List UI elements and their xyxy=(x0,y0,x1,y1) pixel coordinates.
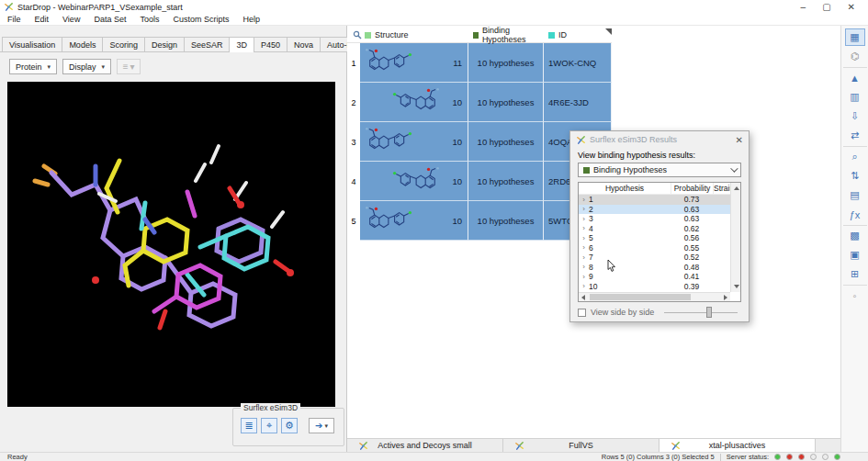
pose-generation-button[interactable]: ⌖ xyxy=(261,418,277,433)
search-icon[interactable]: ⌕ xyxy=(845,148,865,165)
vertical-scrollbar[interactable] xyxy=(730,183,740,292)
hypothesis-row[interactable]: › 1 0.73 xyxy=(579,195,730,205)
structure-cell[interactable]: 10 xyxy=(360,162,468,201)
module-tab[interactable]: Visualisation xyxy=(2,37,62,51)
molecule-viewer-icon[interactable]: ⌬ xyxy=(845,48,865,65)
slider-thumb[interactable] xyxy=(706,307,712,318)
align-ligands-button[interactable]: ≣ xyxy=(241,418,257,433)
module-tab[interactable]: Design xyxy=(145,37,185,51)
module-tab[interactable]: SeeSAR xyxy=(185,37,231,51)
id-cell[interactable]: 4R6E-3JD xyxy=(544,83,612,122)
expand-chevron-icon[interactable]: › xyxy=(579,263,589,271)
close-button[interactable]: ✕ xyxy=(848,0,855,14)
run-surflex-button[interactable]: ➔ ▾ xyxy=(309,418,334,433)
minimize-button[interactable]: – xyxy=(801,0,806,14)
expand-chevron-icon[interactable]: › xyxy=(579,215,589,223)
server-status-icon[interactable]: ◦ xyxy=(845,287,865,304)
sort-rows-icon[interactable]: ⇅ xyxy=(845,167,865,185)
copy-view-icon[interactable]: ▣ xyxy=(845,246,865,264)
edit-columns-icon[interactable]: ▤ xyxy=(845,186,865,204)
menu-item[interactable]: Data Set xyxy=(94,15,126,24)
display-options-button[interactable]: ≡ ▾ xyxy=(117,59,141,74)
expand-chevron-icon[interactable]: › xyxy=(579,273,589,281)
structure-cell[interactable]: 10 xyxy=(360,83,468,122)
structure-cell[interactable]: 10 xyxy=(360,201,468,241)
surflex-settings-button[interactable]: ⚙ xyxy=(281,418,298,433)
row-number[interactable]: 2 xyxy=(347,83,360,122)
dataset-tab[interactable]: FullVS xyxy=(503,439,659,452)
protein-dropdown[interactable]: Protein ▾ xyxy=(9,59,57,74)
view-side-by-side-checkbox[interactable] xyxy=(578,309,586,317)
molecule-3d-viewport[interactable] xyxy=(7,82,335,407)
binding-hypotheses-cell[interactable]: 10 hypotheses xyxy=(468,201,544,241)
dataset-tab[interactable]: xtal-plusactives xyxy=(659,439,816,452)
binding-hypotheses-cell[interactable]: 10 hypotheses xyxy=(468,162,544,201)
data-table-icon[interactable]: ▦ xyxy=(845,28,865,46)
table-row[interactable]: 2 xyxy=(347,83,612,122)
dialog-title-bar[interactable]: Surflex eSim3D Results ✕ xyxy=(570,131,749,148)
dialog-close-button[interactable]: ✕ xyxy=(736,135,743,145)
module-tab[interactable]: Models xyxy=(62,37,103,51)
row-number[interactable]: 5 xyxy=(347,201,360,241)
module-tab[interactable]: P450 xyxy=(254,37,287,51)
structure-cell[interactable]: 11 xyxy=(360,43,468,83)
scroll-right-icon[interactable] xyxy=(724,295,727,300)
pose-slider[interactable] xyxy=(664,307,741,318)
results-col-strain[interactable]: Strain xyxy=(713,183,730,194)
grid-view-icon[interactable]: ▩ xyxy=(845,227,865,244)
binding-hypotheses-cell[interactable]: 10 hypotheses xyxy=(468,122,544,162)
column-header-binding-hypotheses[interactable]: Binding Hypotheses xyxy=(468,28,544,43)
scroll-up-icon[interactable] xyxy=(734,186,739,190)
custom-function-icon[interactable]: ƒx xyxy=(845,206,865,223)
hypothesis-row[interactable]: › 10 0.39 xyxy=(579,282,730,292)
row-number[interactable]: 1 xyxy=(347,43,360,83)
menu-item[interactable]: File xyxy=(7,15,21,24)
binding-hypotheses-cell[interactable]: 10 hypotheses xyxy=(468,83,544,122)
row-number[interactable]: 4 xyxy=(347,162,360,201)
import-data-icon[interactable]: ⇩ xyxy=(845,107,865,125)
hypothesis-source-dropdown[interactable]: Binding Hypotheses xyxy=(578,163,741,177)
expand-chevron-icon[interactable]: › xyxy=(579,243,589,252)
id-cell[interactable]: 1WOK-CNQ xyxy=(544,43,612,83)
module-tab[interactable]: Scoring xyxy=(103,37,145,51)
results-col-probability[interactable]: Probability xyxy=(671,183,713,194)
module-tab[interactable]: Nova xyxy=(287,37,321,51)
expand-chevron-icon[interactable]: › xyxy=(579,224,589,232)
menu-item[interactable]: Edit xyxy=(35,15,50,24)
transpose-table-icon[interactable]: ⇄ xyxy=(845,127,865,144)
maximize-button[interactable]: ▢ xyxy=(822,0,830,14)
menu-item[interactable]: View xyxy=(62,15,80,24)
menu-item[interactable]: Help xyxy=(242,15,260,24)
column-header-id[interactable]: ID xyxy=(544,28,612,43)
scroll-left-icon[interactable] xyxy=(581,295,585,300)
binding-hypotheses-cell[interactable]: 10 hypotheses xyxy=(468,43,544,83)
hypothesis-row[interactable]: › 7 0.52 xyxy=(579,253,730,263)
hypothesis-row[interactable]: › 6 0.55 xyxy=(579,243,730,253)
hypothesis-row[interactable]: › 8 0.48 xyxy=(579,263,730,273)
expand-chevron-icon[interactable]: › xyxy=(579,234,589,242)
menu-item[interactable]: Tools xyxy=(140,15,159,24)
append-rows-icon[interactable]: ⊞ xyxy=(845,265,865,283)
expand-chevron-icon[interactable]: › xyxy=(579,205,589,213)
structure-cell[interactable]: 10 xyxy=(360,122,468,162)
display-dropdown[interactable]: Display ▾ xyxy=(62,59,111,74)
scroll-down-icon[interactable] xyxy=(734,285,739,288)
column-header-structure[interactable]: Structure xyxy=(360,28,468,43)
module-tab[interactable]: 3D xyxy=(230,37,254,52)
hypothesis-row[interactable]: › 9 0.41 xyxy=(579,272,730,282)
expand-chevron-icon[interactable]: › xyxy=(579,253,589,262)
table-row[interactable]: 1 xyxy=(347,43,612,83)
expand-chevron-icon[interactable]: › xyxy=(579,282,589,290)
chemical-space-icon[interactable]: ▲ xyxy=(845,69,865,86)
results-col-hypothesis[interactable]: Hypothesis xyxy=(579,184,671,193)
column-tools-icon[interactable]: ▥ xyxy=(845,88,865,106)
expand-chevron-icon[interactable]: › xyxy=(579,196,589,204)
hypothesis-row[interactable]: › 4 0.62 xyxy=(579,224,730,234)
hypothesis-row[interactable]: › 3 0.63 xyxy=(579,214,730,224)
row-number[interactable]: 3 xyxy=(347,122,360,162)
scrollbar-thumb[interactable] xyxy=(590,294,691,300)
dataset-tab[interactable]: Actives and Decoys small xyxy=(347,439,503,452)
hypothesis-row[interactable]: › 5 0.56 xyxy=(579,233,730,243)
menu-item[interactable]: Custom Scripts xyxy=(173,15,229,24)
horizontal-scrollbar[interactable] xyxy=(579,292,730,301)
